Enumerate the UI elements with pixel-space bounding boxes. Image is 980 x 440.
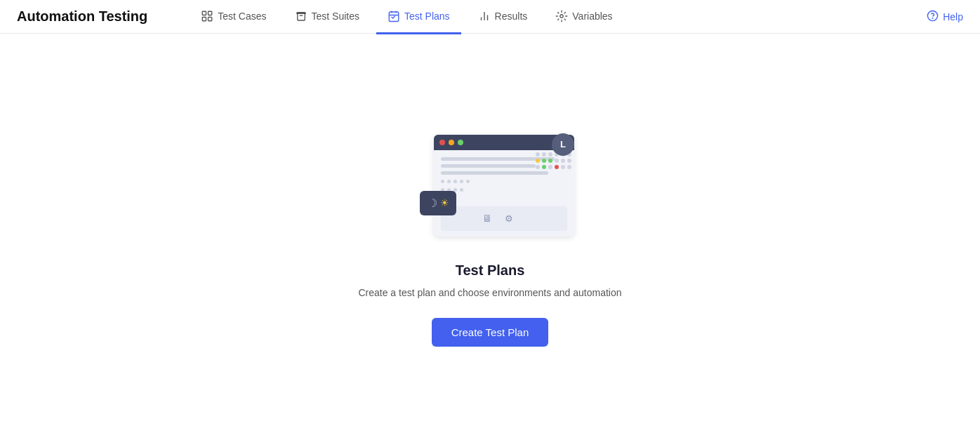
test-suites-label: Test Suites [312,11,359,22]
cal-dot [548,152,552,156]
cal-dot [542,165,546,169]
content-line-3 [441,171,548,175]
svg-rect-1 [208,11,212,15]
variables-icon [555,10,568,22]
create-test-plan-button[interactable]: Create Test Plan [432,318,549,347]
help-link[interactable]: Help [927,10,963,24]
calendar-widget [536,152,578,171]
cal-dot [555,165,559,169]
cal-dot [561,159,565,163]
nav-results[interactable]: Results [467,1,539,34]
cal-dot [548,159,552,163]
content-line-2 [441,164,536,168]
section-desc: Create a test plan and choose environmen… [358,287,621,298]
dot-yellow [449,140,454,145]
dot-red [439,140,445,145]
illustration: ☽ ☀ [392,128,588,240]
mode-badge: ☽ ☀ [420,191,456,215]
nav-test-cases[interactable]: Test Cases [190,1,277,34]
svg-point-7 [932,18,933,18]
dot-sm-4 [460,180,463,183]
cal-dot [536,152,540,156]
dot-green [458,140,463,145]
nav-variables[interactable]: Variables [544,1,623,34]
test-plans-icon [388,10,400,22]
clock-icon: L [560,139,566,149]
cal-dot [561,165,565,169]
main-content: ☽ ☀ [0,34,980,440]
dot-row-1 [441,180,567,183]
dot-row-2 [441,188,567,192]
test-plans-label: Test Plans [404,11,450,22]
test-suites-icon [295,10,307,22]
dot-sm-3 [453,180,457,183]
cal-row-2 [536,159,578,163]
cal-dot [548,165,552,169]
android-icon: ⚙ [505,213,513,224]
svg-rect-2 [203,18,206,21]
dot-sm-9 [460,188,463,192]
cal-dot [536,165,540,169]
cal-row-3 [536,165,578,169]
svg-point-5 [560,15,564,18]
moon-icon: ☽ [428,196,437,210]
sun-icon: ☀ [440,197,449,208]
nav-test-suites[interactable]: Test Suites [284,1,371,34]
cal-dot [567,165,571,169]
clock-badge: L [552,133,574,156]
cal-dot [542,159,546,163]
cal-dot [536,159,540,163]
test-cases-label: Test Cases [218,11,266,22]
cal-dot [567,159,571,163]
main-nav: Test Cases Test Suites Test Plans [190,0,927,34]
nav-test-plans[interactable]: Test Plans [376,1,461,34]
dot-sm-2 [447,180,451,183]
dot-sm-1 [441,180,444,183]
desktop-icon: 🖥 [482,213,492,224]
browser-footer: 🖥 ⚙ [441,206,567,231]
section-title: Test Plans [456,262,525,279]
help-label: Help [943,11,963,22]
dot-sm-5 [466,180,470,183]
help-circle-icon [927,10,939,24]
results-label: Results [495,11,528,22]
test-cases-icon [201,10,213,22]
cal-dot [542,152,546,156]
app-title: Automation Testing [17,8,147,25]
variables-label: Variables [572,11,612,22]
svg-rect-0 [203,11,206,15]
results-icon [478,10,491,22]
header: Automation Testing Test Cases Test Su [0,0,980,34]
svg-rect-3 [208,18,212,21]
cal-dot [555,159,559,163]
